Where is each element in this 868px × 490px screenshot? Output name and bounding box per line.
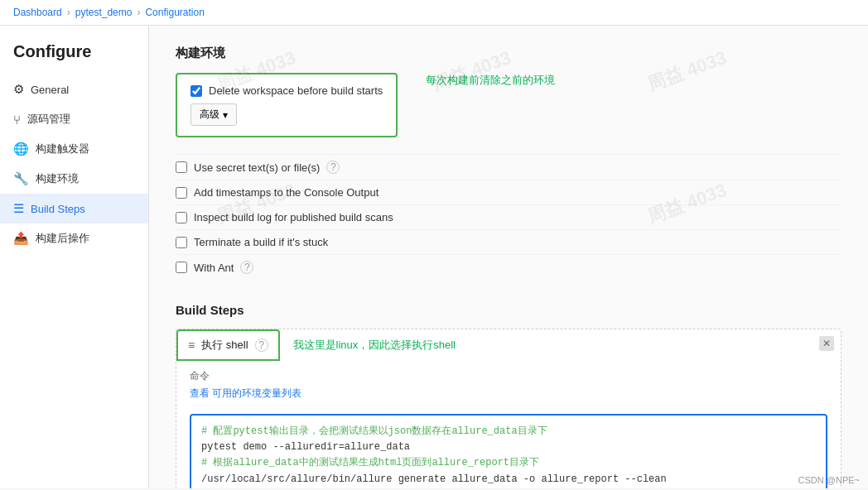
env-option-2-label: Inspect build log for published build sc…: [194, 211, 393, 223]
sidebar-item-source[interactable]: ⑂ 源码管理: [0, 104, 148, 134]
sidebar-item-label: General: [31, 84, 69, 96]
breadcrumb-current: Configuration: [145, 7, 204, 18]
sidebar-item-label: 源码管理: [27, 112, 70, 127]
code-area[interactable]: # 配置pytest输出目录，会把测试结果以json数据存在allure_dat…: [190, 414, 827, 488]
build-env-title: 构建环境: [176, 46, 841, 61]
close-shell-button[interactable]: ✕: [819, 336, 834, 351]
delete-workspace-label: Delete workspace before build starts: [209, 84, 383, 97]
shell-header: ≡ 执行 shell ?: [176, 329, 280, 361]
sidebar-item-env[interactable]: 🔧 构建环境: [0, 164, 148, 194]
env-option-3-checkbox[interactable]: [176, 237, 187, 248]
code-line-0: # 配置pytest输出目录，会把测试结果以json数据存在allure_dat…: [201, 424, 816, 440]
csdn-tag: CSDN @NPE~: [798, 475, 860, 485]
sidebar-item-trigger[interactable]: 🌐 构建触发器: [0, 134, 148, 164]
command-label: 命令: [176, 361, 841, 387]
code-line-3: /usr/local/src/allure/bin/allure generat…: [201, 472, 816, 488]
breadcrumb: Dashboard › pytest_demo › Configuration: [0, 0, 868, 26]
sidebar-item-label: 构建环境: [36, 171, 79, 186]
main-content: 周益 4033 周益 4033 周益 4033 周益 4033 周益 4033 …: [149, 26, 868, 488]
globe-icon: 🌐: [13, 142, 29, 156]
advanced-button[interactable]: 高级 ▾: [190, 103, 237, 126]
build-steps-section: Build Steps ≡ 执行 shell ? 我这里是linux，因此选择执…: [176, 303, 841, 488]
shell-block: ≡ 执行 shell ? 我这里是linux，因此选择执行shell ✕ 命令 …: [176, 329, 841, 488]
shell-help-icon[interactable]: ?: [255, 339, 268, 352]
build-steps-title: Build Steps: [176, 303, 841, 317]
sidebar-item-general[interactable]: ⚙ General: [0, 74, 148, 104]
env-option-1-checkbox[interactable]: [176, 187, 187, 199]
env-option-4: With Ant ?: [176, 254, 841, 280]
help-icon-4[interactable]: ?: [240, 261, 253, 274]
delete-workspace-checkbox[interactable]: [190, 85, 202, 97]
sidebar-item-label: 构建后操作: [36, 231, 89, 246]
env-option-0-checkbox[interactable]: [176, 161, 187, 173]
delete-workspace-row: Delete workspace before build starts: [190, 84, 383, 97]
env-option-4-label: With Ant: [194, 262, 234, 274]
chevron-down-icon: ▾: [223, 109, 228, 121]
build-env-box: Delete workspace before build starts 高级 …: [176, 73, 398, 137]
env-option-4-checkbox[interactable]: [176, 262, 187, 273]
sidebar-item-steps[interactable]: ☰ Build Steps: [0, 194, 148, 223]
breadcrumb-project[interactable]: pytest_demo: [75, 7, 133, 18]
sidebar-item-post[interactable]: 📤 构建后操作: [0, 223, 148, 253]
code-line-2: # 根据allure_data中的测试结果生成html页面到allure_rep…: [201, 455, 816, 471]
list-icon: ☰: [13, 201, 24, 216]
env-option-3: Terminate a build if it's stuck: [176, 229, 841, 254]
env-vars-link[interactable]: 查看 可用的环境变量列表: [176, 387, 841, 407]
breadcrumb-dashboard[interactable]: Dashboard: [13, 7, 62, 18]
sidebar-item-label: Build Steps: [31, 203, 85, 215]
delete-annotation: 每次构建前清除之前的环境: [426, 73, 555, 88]
shell-menu-icon: ≡: [188, 339, 195, 352]
help-icon-0[interactable]: ?: [326, 161, 340, 174]
code-line-1: pytest demo --alluredir=allure_data: [201, 440, 816, 455]
env-option-0-label: Use secret text(s) or file(s): [194, 161, 320, 174]
build-icon: 🔧: [13, 171, 29, 186]
env-option-2-checkbox[interactable]: [176, 212, 187, 223]
shell-annotation: 我这里是linux，因此选择执行shell: [293, 338, 456, 353]
sidebar-title: Configure: [0, 42, 148, 74]
env-options: Use secret text(s) or file(s) ? Add time…: [176, 154, 841, 280]
branch-icon: ⑂: [13, 113, 21, 127]
shell-header-title: 执行 shell: [201, 338, 248, 353]
env-option-1-label: Add timestamps to the Console Output: [194, 186, 379, 199]
env-option-1: Add timestamps to the Console Output: [176, 180, 841, 204]
sidebar-item-label: 构建触发器: [36, 142, 89, 156]
env-option-2: Inspect build log for published build sc…: [176, 204, 841, 229]
env-option-3-label: Terminate a build if it's stuck: [194, 236, 328, 248]
env-option-0: Use secret text(s) or file(s) ?: [176, 154, 841, 180]
gear-icon: ⚙: [13, 82, 24, 97]
post-icon: 📤: [13, 231, 29, 246]
sidebar: Configure ⚙ General ⑂ 源码管理 🌐 构建触发器 🔧 构建环…: [0, 26, 149, 488]
